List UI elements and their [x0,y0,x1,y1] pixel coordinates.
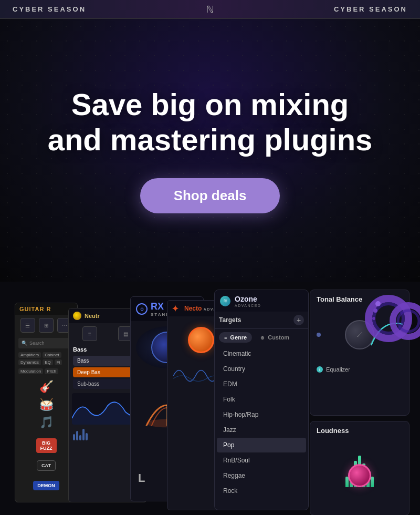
equalizer-label: Equalizer [326,366,350,373]
nectar-starburst-icon: ✦ [172,304,181,313]
loudness-viz [317,440,403,487]
targets-label: Targets [219,316,241,324]
targets-bar: Targets + [215,312,308,329]
banner-right-text: CYBER SEASON [334,5,407,13]
tag-eq: EQ [43,359,53,365]
genre-list: Cinematic Country EDM Folk Hip-hop/Rap J… [215,346,308,499]
nectar-orange-knob[interactable] [188,327,214,353]
svg-point-4 [375,301,381,306]
ozone-title-text: Ozone [235,295,257,303]
preset-icon: ☰ [20,318,35,333]
tag-cabinet: Cabinet [43,352,61,358]
banner-left-text: CYBER SEASON [13,5,86,13]
genre-country[interactable]: Country [217,362,306,376]
loudness-knob-container [348,464,371,487]
genre-rock[interactable]: Rock [217,483,306,498]
ozone-panel: ≋ Ozone ADVANCED Targets + ≡ Genre ⊕ Cus… [214,290,309,510]
genre-pop[interactable]: Pop [217,438,306,452]
grid-icon: ⊞ [39,318,54,333]
tag-pitch: Pitch [45,368,58,374]
shop-deals-button[interactable]: Shop deals [140,178,280,213]
loudness-title: Loudness [310,421,409,437]
genre-tab[interactable]: ≡ Genre [219,332,252,343]
rx-circle-icon: ⊙ [136,303,148,315]
genre-tab-icon: ≡ [224,335,227,341]
bar1 [73,434,75,440]
hero-section: Save big on mixing and mastering plugins… [0,19,420,282]
bar2 [76,431,78,440]
rx-l-label: L [138,471,145,485]
loudness-pink-knob[interactable] [348,464,371,487]
neutron-dot-icon [73,312,81,320]
guitar-icon: 🎸 [39,380,54,394]
genre-cinematic[interactable]: Cinematic [217,346,306,361]
custom-tab[interactable]: ⊕ Custom [255,332,295,343]
genre-edm[interactable]: EDM [217,377,306,392]
music-icon: 🎵 [39,416,54,429]
bar5 [86,433,88,440]
genre-rnb[interactable]: RnB/Soul [217,453,306,468]
bar4 [82,429,85,440]
tag-modulation: Modulation [18,368,43,374]
ozone-icon: ≋ [220,296,230,306]
banner-logo-icon: ℕ [206,4,214,15]
ozone-title-bar: ≋ Ozone ADVANCED [215,290,308,312]
genre-reggae[interactable]: Reggae [217,468,306,483]
drum-icon: 🥁 [39,398,54,411]
loudness-panel: Loudness [310,421,410,515]
svg-point-6 [372,317,375,320]
hero-title: Save big on mixing and mastering plugins [48,87,373,157]
equalizer-dot-icon: i [317,366,323,373]
targets-add-button[interactable]: + [293,315,304,325]
demon-logo: DEMON [25,478,67,493]
plugins-section: GUITAR R ☰ ⊞ ⋯ 🔍 Search Amplifiers Cabin… [0,282,420,515]
deco-circles-icon [346,292,420,366]
tag-amplifiers: Amplifiers [18,352,41,358]
tag-dynamics: Dynamics [18,359,41,365]
search-icon: 🔍 [22,341,27,346]
neutron-ctrl1: ≡ [82,326,97,341]
genre-jazz[interactable]: Jazz [217,423,306,437]
tonal-dot-left [317,333,321,337]
top-banner: CYBER SEASON ℕ CYBER SEASON [0,0,420,19]
ozone-advanced-label: ADVANCED [235,304,261,307]
tag-fi: Fi [55,359,62,365]
guitar-search[interactable]: 🔍 Search [18,338,74,348]
cat-logo: CAT [25,458,67,473]
equalizer-row: i Equalizer [310,364,409,375]
custom-tab-icon: ⊕ [260,335,265,341]
genre-folk[interactable]: Folk [217,392,306,407]
svg-point-5 [373,308,377,313]
big-fuzz-logo: BIGFUZZ [25,438,67,454]
genre-tabs: ≡ Genre ⊕ Custom [215,329,308,346]
bar3 [79,435,81,440]
genre-hiphop[interactable]: Hip-hop/Rap [217,407,306,422]
